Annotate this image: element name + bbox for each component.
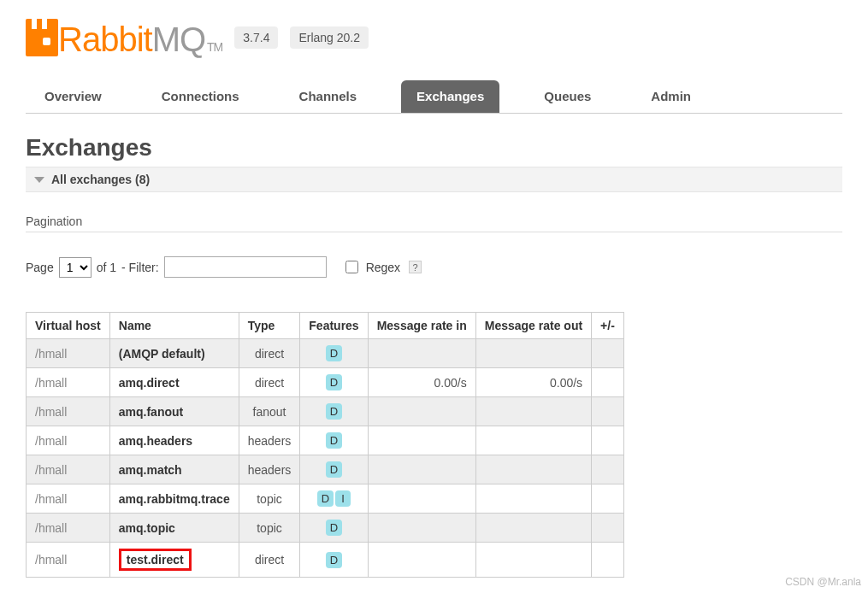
regex-label: Regex bbox=[366, 261, 400, 274]
cell-type: headers bbox=[239, 426, 300, 455]
filter-label: - Filter: bbox=[121, 261, 159, 274]
exchanges-table: Virtual host Name Type Features Message … bbox=[26, 312, 624, 578]
cell-expand bbox=[592, 543, 624, 578]
cell-rate-in bbox=[368, 484, 475, 514]
logo-text: RabbitMQTM bbox=[58, 22, 222, 56]
cell-rate-out bbox=[475, 455, 591, 484]
cell-name[interactable]: amq.direct bbox=[109, 368, 239, 397]
cell-features: D bbox=[300, 368, 368, 397]
pagination-heading: Pagination bbox=[26, 214, 842, 232]
cell-type: headers bbox=[239, 455, 300, 484]
logo: RabbitMQTM bbox=[26, 19, 222, 56]
help-icon[interactable]: ? bbox=[409, 261, 422, 273]
table-row: /hmallamq.topictopicD bbox=[27, 514, 624, 543]
cell-features: D bbox=[300, 426, 368, 455]
page-label: Page bbox=[26, 261, 54, 274]
col-features[interactable]: Features bbox=[300, 313, 368, 339]
regex-checkbox[interactable] bbox=[345, 261, 358, 273]
cell-vhost: /hmall bbox=[27, 543, 110, 578]
cell-rate-out bbox=[475, 514, 591, 543]
logo-rabbit: Rabbit bbox=[58, 21, 152, 58]
table-row: /hmallamq.rabbitmq.tracetopicDI bbox=[27, 484, 624, 514]
col-expand[interactable]: +/- bbox=[592, 313, 624, 339]
table-row: /hmallamq.fanoutfanoutD bbox=[27, 397, 624, 426]
cell-rate-in bbox=[368, 397, 475, 426]
cell-rate-in: 0.00/s bbox=[368, 368, 475, 397]
highlighted-name[interactable]: test.direct bbox=[119, 549, 192, 571]
cell-rate-in bbox=[368, 514, 475, 543]
page-of-label: of 1 bbox=[97, 261, 116, 274]
main-tabs: Overview Connections Channels Exchanges … bbox=[26, 80, 842, 114]
cell-name[interactable]: amq.topic bbox=[109, 514, 239, 543]
header: RabbitMQTM 3.7.4 Erlang 20.2 bbox=[26, 19, 842, 56]
table-row: /hmallamq.headersheadersD bbox=[27, 426, 624, 455]
chevron-down-icon bbox=[34, 177, 44, 183]
section-label: All exchanges (8) bbox=[51, 173, 150, 186]
tab-exchanges[interactable]: Exchanges bbox=[401, 80, 499, 113]
cell-name[interactable]: amq.match bbox=[109, 455, 239, 484]
filter-input[interactable] bbox=[164, 256, 327, 278]
col-name[interactable]: Name bbox=[109, 313, 239, 339]
cell-expand bbox=[592, 514, 624, 543]
cell-rate-out: 0.00/s bbox=[475, 368, 591, 397]
cell-vhost: /hmall bbox=[27, 455, 110, 484]
pagination-row: Page 1 of 1 - Filter: Regex ? bbox=[26, 256, 842, 278]
table-row: /hmalltest.directdirectD bbox=[27, 543, 624, 578]
cell-rate-out bbox=[475, 484, 591, 514]
col-message-rate-out[interactable]: Message rate out bbox=[475, 313, 591, 339]
col-message-rate-in[interactable]: Message rate in bbox=[368, 313, 475, 339]
cell-type: direct bbox=[239, 543, 300, 578]
cell-expand bbox=[592, 484, 624, 514]
cell-rate-out bbox=[475, 397, 591, 426]
section-all-exchanges[interactable]: All exchanges (8) bbox=[26, 167, 842, 192]
cell-expand bbox=[592, 339, 624, 368]
feature-tag: D bbox=[326, 374, 342, 390]
version-badge: 3.7.4 bbox=[234, 26, 278, 49]
tab-connections[interactable]: Connections bbox=[146, 80, 255, 113]
tab-admin[interactable]: Admin bbox=[635, 80, 706, 113]
cell-features: D bbox=[300, 514, 368, 543]
cell-rate-out bbox=[475, 426, 591, 455]
cell-name[interactable]: amq.fanout bbox=[109, 397, 239, 426]
tab-queues[interactable]: Queues bbox=[528, 80, 606, 113]
cell-vhost: /hmall bbox=[27, 397, 110, 426]
cell-name[interactable]: (AMQP default) bbox=[109, 339, 239, 368]
cell-expand bbox=[592, 426, 624, 455]
table-row: /hmall(AMQP default)directD bbox=[27, 339, 624, 368]
feature-tag: D bbox=[326, 432, 342, 449]
cell-type: topic bbox=[239, 514, 300, 543]
cell-vhost: /hmall bbox=[27, 484, 110, 514]
watermark: CSDN @Mr.anla bbox=[785, 576, 861, 588]
table-row: /hmallamq.matchheadersD bbox=[27, 455, 624, 484]
cell-vhost: /hmall bbox=[27, 368, 110, 397]
cell-rate-out bbox=[475, 339, 591, 368]
cell-expand bbox=[592, 397, 624, 426]
cell-rate-in bbox=[368, 426, 475, 455]
tab-channels[interactable]: Channels bbox=[284, 80, 373, 113]
feature-tag: D bbox=[326, 345, 342, 361]
cell-features: D bbox=[300, 339, 368, 368]
cell-features: D bbox=[300, 455, 368, 484]
page-title: Exchanges bbox=[26, 134, 842, 161]
tab-overview[interactable]: Overview bbox=[29, 80, 117, 113]
cell-name[interactable]: amq.headers bbox=[109, 426, 239, 455]
logo-mq: MQ bbox=[152, 21, 205, 58]
col-type[interactable]: Type bbox=[239, 313, 300, 339]
feature-tag: D bbox=[326, 552, 342, 568]
page-select[interactable]: 1 bbox=[59, 257, 92, 278]
cell-name[interactable]: amq.rabbitmq.trace bbox=[109, 484, 239, 514]
cell-rate-out bbox=[475, 543, 591, 578]
col-virtual-host[interactable]: Virtual host bbox=[27, 313, 110, 339]
cell-vhost: /hmall bbox=[27, 426, 110, 455]
cell-rate-in bbox=[368, 543, 475, 578]
cell-expand bbox=[592, 368, 624, 397]
feature-tag: D bbox=[317, 490, 334, 507]
cell-type: fanout bbox=[239, 397, 300, 426]
logo-tm: TM bbox=[207, 40, 222, 54]
cell-name[interactable]: test.direct bbox=[109, 543, 239, 578]
feature-tag: D bbox=[326, 520, 342, 536]
cell-type: direct bbox=[239, 368, 300, 397]
cell-vhost: /hmall bbox=[27, 514, 110, 543]
cell-features: D bbox=[300, 397, 368, 426]
feature-tag: I bbox=[335, 490, 351, 507]
